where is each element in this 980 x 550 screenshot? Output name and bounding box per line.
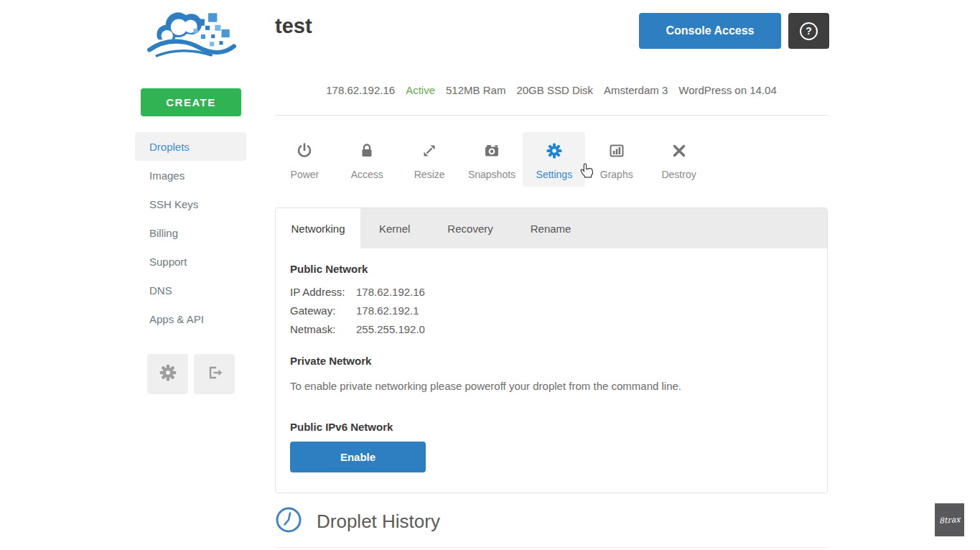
sidebar-item-ssh-keys[interactable]: SSH Keys [135, 190, 246, 218]
action-label: Settings [536, 169, 573, 180]
header-divider [275, 115, 828, 116]
tab-kernel[interactable]: Kernel [360, 208, 429, 248]
gateway-label: Gateway: [290, 302, 356, 320]
cloud-logo-graphic [145, 4, 237, 63]
cursor-pointer-icon [579, 162, 594, 180]
power-icon [296, 142, 313, 162]
page-title: test [275, 14, 312, 38]
netmask-row: Netmask: 255.255.192.0 [290, 320, 813, 339]
sidebar-item-droplets[interactable]: Droplets [135, 132, 246, 161]
action-graphs[interactable]: Graphs [585, 132, 648, 187]
gear-icon [159, 363, 177, 385]
account-settings-button[interactable] [147, 354, 188, 394]
gear-icon [546, 142, 563, 162]
action-settings[interactable]: Settings [523, 132, 585, 187]
gateway-value: 178.62.192.1 [356, 302, 419, 320]
settings-tabbar: Networking Kernel Recovery Rename [276, 208, 827, 248]
action-snapshots[interactable]: Snapshots [461, 132, 523, 187]
sidebar-item-support[interactable]: Support [135, 247, 246, 276]
sidebar-item-dns[interactable]: DNS [135, 276, 246, 304]
history-divider [275, 547, 828, 548]
sidebar-item-billing[interactable]: Billing [135, 218, 246, 247]
tab-recovery[interactable]: Recovery [429, 208, 511, 248]
ip-address-value: 178.62.192.16 [356, 283, 425, 302]
x-icon [671, 142, 688, 162]
droplet-meta-bar: 178.62.192.16 Active 512MB Ram 20GB SSD … [275, 84, 828, 96]
public-network-rows: IP Address: 178.62.192.16 Gateway: 178.6… [290, 283, 813, 339]
clock-icon [275, 506, 302, 536]
video-watermark: 8trax [935, 503, 964, 536]
create-button[interactable]: CREATE [141, 88, 241, 116]
ip-address-label: IP Address: [290, 283, 356, 302]
public-network-title: Public Network [290, 263, 813, 275]
ip-address-row: IP Address: 178.62.192.16 [290, 283, 813, 302]
digitalocean-logo [145, 4, 237, 63]
ipv6-network-title: Public IPv6 Network [290, 421, 813, 433]
action-label: Snapshots [468, 169, 515, 180]
action-resize[interactable]: Resize [398, 132, 461, 187]
status-badge: Active [406, 84, 435, 96]
question-mark-icon: ? [800, 22, 818, 40]
droplet-ram: 512MB Ram [446, 84, 505, 96]
action-access[interactable]: Access [336, 132, 398, 187]
action-label: Resize [414, 169, 445, 180]
droplet-history-title: Droplet History [317, 511, 440, 533]
action-destroy[interactable]: Destroy [648, 132, 710, 187]
networking-content: Public Network IP Address: 178.62.192.16… [276, 248, 827, 487]
droplet-image: WordPress on 14.04 [678, 84, 776, 96]
action-label: Power [291, 169, 319, 180]
droplet-disk: 20GB SSD Disk [516, 84, 593, 96]
enable-ipv6-button[interactable]: Enable [290, 442, 426, 472]
gateway-row: Gateway: 178.62.192.1 [290, 302, 813, 320]
sidebar-item-apps-api[interactable]: Apps & API [135, 304, 246, 333]
tab-rename[interactable]: Rename [512, 208, 590, 248]
sidebar-nav: Droplets Images SSH Keys Billing Support… [135, 132, 246, 333]
private-network-title: Private Network [290, 355, 813, 367]
settings-panel: Networking Kernel Recovery Rename Public… [275, 208, 828, 493]
droplet-region: Amsterdam 3 [604, 84, 668, 96]
camera-icon [483, 142, 500, 162]
logout-button[interactable] [194, 354, 235, 394]
droplet-actions: Power Access Resize [274, 132, 710, 187]
droplet-ip: 178.62.192.16 [326, 84, 395, 96]
netmask-value: 255.255.192.0 [356, 320, 425, 339]
sidebar-tools [147, 354, 235, 394]
droplet-history-header: Droplet History [275, 506, 440, 536]
sidebar-item-images[interactable]: Images [135, 161, 246, 190]
console-access-button[interactable]: Console Access [639, 13, 781, 49]
bar-chart-icon [608, 142, 625, 162]
action-power[interactable]: Power [274, 132, 336, 187]
action-label: Graphs [600, 169, 633, 180]
action-label: Destroy [661, 169, 696, 180]
resize-arrows-icon [421, 142, 438, 162]
tab-networking[interactable]: Networking [276, 208, 360, 248]
action-label: Access [351, 169, 383, 180]
watermark-label: 8trax [938, 514, 960, 525]
logout-icon [205, 363, 224, 385]
netmask-label: Netmask: [290, 320, 356, 339]
help-button[interactable]: ? [788, 13, 829, 49]
lock-icon [358, 142, 375, 162]
private-network-message: To enable private networking please powe… [290, 380, 813, 392]
